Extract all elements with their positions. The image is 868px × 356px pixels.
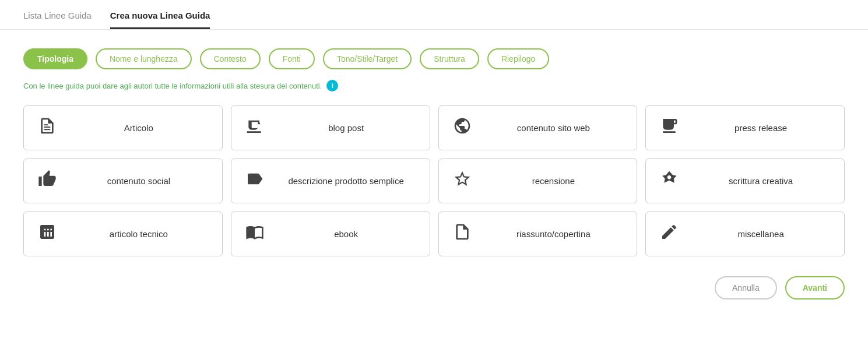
type-label-contenuto-sito-web: contenuto sito web: [483, 123, 624, 133]
book-icon: [244, 223, 265, 245]
thumbsup-icon: [37, 170, 58, 192]
step-riepilogo[interactable]: Riepilogo: [487, 48, 549, 69]
step-fonti[interactable]: Fonti: [269, 48, 315, 69]
step-nome[interactable]: Nome e lunghezza: [96, 48, 192, 69]
doc-icon: [452, 223, 473, 245]
step-tipologia[interactable]: Tipologia: [23, 48, 87, 69]
type-label-contenuto-social: contenuto social: [68, 176, 209, 186]
type-card-articolo[interactable]: Articolo: [23, 105, 223, 150]
coffee-icon: [244, 117, 265, 139]
type-card-contenuto-sito-web[interactable]: contenuto sito web: [438, 105, 638, 150]
type-label-recensione: recensione: [483, 176, 624, 186]
type-label-descrizione-prodotto: descrizione prodotto semplice: [276, 175, 417, 187]
tab-bar: Lista Linee Guida Crea nuova Linea Guida: [0, 0, 868, 30]
annulla-button[interactable]: Annulla: [715, 276, 777, 299]
step-struttura[interactable]: Struttura: [420, 48, 479, 69]
type-card-descrizione-prodotto[interactable]: descrizione prodotto semplice: [231, 158, 430, 203]
type-label-scrittura-creativa: scrittura creativa: [690, 176, 831, 186]
step-contesto[interactable]: Contesto: [200, 48, 261, 69]
notes-icon: [37, 223, 58, 245]
wizard-icon: [659, 170, 680, 192]
content-type-grid: Articolo blog post contenuto sito web pr…: [0, 91, 868, 270]
steps-bar: Tipologia Nome e lunghezza Contesto Font…: [0, 30, 868, 69]
type-label-blog-post: blog post: [276, 123, 417, 133]
type-card-blog-post[interactable]: blog post: [231, 105, 430, 150]
globe-icon: [452, 117, 473, 139]
type-card-riassunto[interactable]: riassunto/copertina: [438, 212, 638, 256]
info-icon: i: [326, 80, 338, 91]
type-card-miscellanea[interactable]: miscellanea: [645, 212, 845, 256]
info-bar: Con le linee guida puoi dare agli autori…: [0, 69, 868, 91]
type-card-press-release[interactable]: press release: [645, 105, 845, 150]
type-card-articolo-tecnico[interactable]: articolo tecnico: [23, 212, 223, 256]
type-label-articolo: Articolo: [68, 123, 209, 133]
tab-lista[interactable]: Lista Linee Guida: [23, 10, 92, 29]
type-card-ebook[interactable]: ebook: [231, 212, 430, 256]
bottom-bar: Annulla Avanti: [0, 270, 868, 311]
type-label-articolo-tecnico: articolo tecnico: [68, 229, 209, 239]
type-label-miscellanea: miscellanea: [690, 229, 831, 239]
pen-icon: [659, 223, 680, 245]
info-text-label: Con le linee guida puoi dare agli autori…: [23, 82, 322, 90]
tag-icon: [244, 170, 265, 192]
tab-crea[interactable]: Crea nuova Linea Guida: [110, 10, 210, 29]
star-icon: [452, 170, 473, 192]
type-card-recensione[interactable]: recensione: [438, 158, 638, 203]
article-icon: [37, 117, 58, 139]
type-label-ebook: ebook: [276, 229, 417, 239]
newspaper-icon: [659, 117, 680, 139]
type-label-press-release: press release: [690, 123, 831, 133]
avanti-button[interactable]: Avanti: [785, 276, 845, 299]
type-card-scrittura-creativa[interactable]: scrittura creativa: [645, 158, 845, 203]
type-label-riassunto: riassunto/copertina: [483, 229, 624, 239]
step-tono[interactable]: Tono/Stile/Target: [323, 48, 412, 69]
type-card-contenuto-social[interactable]: contenuto social: [23, 158, 223, 203]
